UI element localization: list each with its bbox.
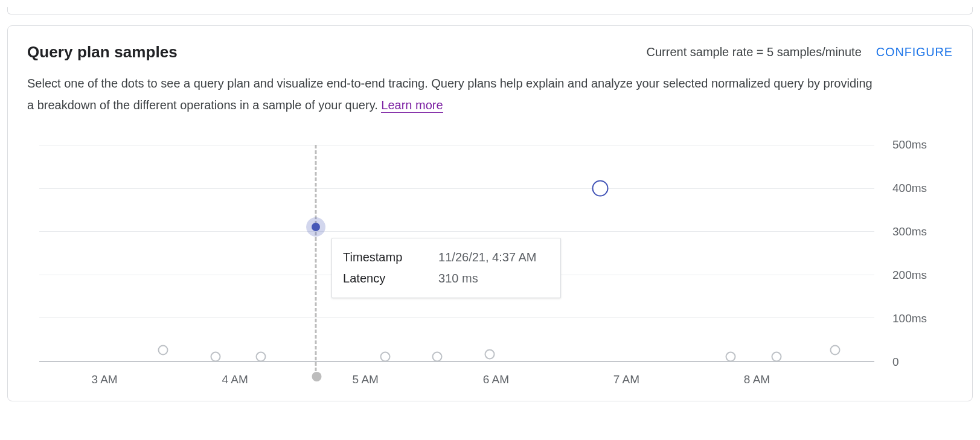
y-axis-tick-label: 500ms [880,138,953,151]
x-axis-tick-label: 8 AM [744,373,770,386]
latency-scatter-chart[interactable]: Timestamp11/26/21, 4:37 AMLatency310 ms … [27,145,953,386]
x-axis-tick-label: 3 AM [91,373,117,386]
y-axis-tick-label: 0 [880,356,953,369]
chart-cursor-line [315,145,317,377]
gridline [39,188,874,189]
gridline [39,317,874,318]
card-header-right: Current sample rate = 5 samples/minute C… [647,45,953,59]
sample-dot[interactable] [210,351,220,362]
description-text: Select one of the dots to see a query pl… [27,77,873,112]
x-axis-tick-label: 5 AM [353,373,379,386]
y-axis-tick-label: 300ms [880,225,953,238]
learn-more-link[interactable]: Learn more [381,98,443,113]
sample-dot[interactable] [312,223,320,231]
y-axis-tick-label: 100ms [880,312,953,325]
x-axis-tick-label: 6 AM [483,373,509,386]
sample-rate-text: Current sample rate = 5 samples/minute [647,45,862,59]
sample-dot[interactable] [771,351,781,362]
gridline [39,145,874,145]
chart-tooltip: Timestamp11/26/21, 4:37 AMLatency310 ms [331,238,561,298]
gridline [39,231,874,232]
sample-dot[interactable] [726,351,736,362]
card-description: Select one of the dots to see a query pl… [27,72,873,116]
tooltip-timestamp-label: Timestamp [343,250,421,264]
query-plan-samples-card: Query plan samples Current sample rate =… [7,25,973,401]
sample-dot[interactable] [597,184,604,192]
x-axis-tick-label: 4 AM [222,373,248,386]
sample-dot[interactable] [830,345,841,356]
y-axis-tick-label: 400ms [880,182,953,195]
sample-dot[interactable] [158,345,168,356]
x-axis-tick-label: 7 AM [613,373,639,386]
tooltip-timestamp-value: 11/26/21, 4:37 AM [438,250,536,264]
configure-button[interactable]: CONFIGURE [876,45,953,59]
tooltip-latency-label: Latency [343,272,421,285]
tooltip-latency-value: 310 ms [438,272,478,285]
previous-card-edge [7,7,973,14]
sample-dot[interactable] [380,351,390,362]
card-title: Query plan samples [27,43,178,62]
y-axis-tick-label: 200ms [880,269,953,282]
sample-dot[interactable] [256,351,266,362]
sample-dot[interactable] [484,349,495,360]
sample-dot[interactable] [432,351,443,362]
card-header: Query plan samples Current sample rate =… [27,43,953,62]
